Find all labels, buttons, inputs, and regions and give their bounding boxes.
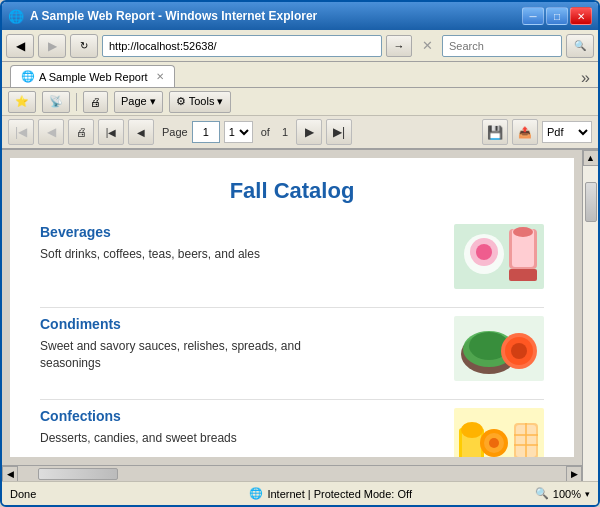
save-button[interactable]: 💾 [482, 119, 508, 145]
nav-first-button[interactable]: |◀ [8, 119, 34, 145]
horizontal-scrollbar[interactable]: ◀ ▶ [2, 465, 582, 481]
zoom-level: 100% [553, 488, 581, 500]
item-desc-beverages: Soft drinks, coffees, teas, beers, and a… [40, 246, 320, 263]
status-zone: 🌐 Internet | Protected Mode: Off [137, 487, 525, 500]
tab-close-icon[interactable]: ✕ [156, 71, 164, 82]
browser-tab[interactable]: 🌐 A Sample Web Report ✕ [10, 65, 175, 87]
scroll-thumb-y[interactable] [585, 182, 597, 222]
svg-point-3 [476, 244, 492, 260]
forward-button[interactable]: ▶ [38, 34, 66, 58]
cmd-separator-1 [76, 93, 77, 111]
tab-icon: 🌐 [21, 70, 35, 83]
page-button[interactable]: Page ▾ [114, 91, 163, 113]
status-zoom: 🔍 100% ▾ [535, 487, 590, 500]
divider-1 [40, 307, 544, 308]
svg-rect-7 [509, 269, 537, 281]
format-select[interactable]: Pdf Excel Word CSV [542, 121, 592, 143]
beverages-image [454, 224, 544, 289]
item-text-beverages: Beverages Soft drinks, coffees, teas, be… [40, 224, 454, 263]
svg-point-6 [513, 227, 533, 237]
divider-2 [40, 399, 544, 400]
print-button[interactable]: 🖨 [83, 91, 108, 113]
nav-next-button[interactable]: ▶ [296, 119, 322, 145]
close-button[interactable]: ✕ [570, 7, 592, 25]
of-label: of [261, 126, 270, 138]
address-input[interactable] [102, 35, 382, 57]
report-panel: Fall Catalog Beverages Soft drinks, coff… [2, 150, 582, 481]
item-desc-condiments: Sweet and savory sauces, relishes, sprea… [40, 338, 320, 372]
list-item: Condiments Sweet and savory sauces, reli… [40, 316, 544, 381]
item-name-condiments: Condiments [40, 316, 454, 332]
list-item: Beverages Soft drinks, coffees, teas, be… [40, 224, 544, 289]
export-button[interactable]: 📤 [512, 119, 538, 145]
page-select[interactable]: 1 [224, 121, 253, 143]
address-bar: ◀ ▶ ↻ → ✕ 🔍 [2, 30, 598, 62]
zoom-icon: 🔍 [535, 487, 549, 500]
nav-first2-button[interactable]: |◀ [98, 119, 124, 145]
report-title: Fall Catalog [40, 178, 544, 204]
favorites-star-button[interactable]: ⭐ [8, 91, 36, 113]
nav-last-button[interactable]: ▶| [326, 119, 352, 145]
minimize-button[interactable]: ─ [522, 7, 544, 25]
refresh-button[interactable]: ↻ [70, 34, 98, 58]
zoom-dropdown-icon[interactable]: ▾ [585, 489, 590, 499]
report-toolbar: |◀ ◀ 🖨 |◀ ◀ Page 1 of 1 ▶ ▶| 💾 📤 Pdf Exc… [2, 116, 598, 150]
svg-point-18 [461, 422, 483, 438]
confections-image [454, 408, 544, 457]
page-button-label: Page ▾ [121, 95, 156, 108]
title-bar: 🌐 A Sample Web Report - Windows Internet… [2, 2, 598, 30]
tabs-overflow-button[interactable]: » [581, 69, 590, 87]
tools-button-label: Tools ▾ [189, 95, 224, 108]
svg-point-21 [489, 438, 499, 448]
condiments-image [454, 316, 544, 381]
window-title: A Sample Web Report - Windows Internet E… [30, 9, 317, 23]
status-done: Done [10, 488, 127, 500]
list-item: Confections Desserts, candies, and sweet… [40, 408, 544, 457]
search-go-button[interactable]: 🔍 [566, 34, 594, 58]
browser-icon: 🌐 [8, 9, 24, 24]
report-body: Fall Catalog Beverages Soft drinks, coff… [10, 158, 574, 457]
vertical-scrollbar[interactable]: ▲ [582, 150, 598, 481]
rss-button[interactable]: 📡 [42, 91, 70, 113]
scroll-left-button[interactable]: ◀ [2, 466, 18, 482]
page-input[interactable] [192, 121, 220, 143]
zone-icon: 🌐 [249, 487, 263, 500]
page-label: Page [162, 126, 188, 138]
tabs-bar: 🌐 A Sample Web Report ✕ » [2, 62, 598, 88]
browser-window: 🌐 A Sample Web Report - Windows Internet… [0, 0, 600, 507]
item-name-beverages: Beverages [40, 224, 454, 240]
maximize-button[interactable]: □ [546, 7, 568, 25]
search-input[interactable] [442, 35, 562, 57]
item-text-confections: Confections Desserts, candies, and sweet… [40, 408, 454, 447]
tab-label: A Sample Web Report [39, 71, 148, 83]
item-name-confections: Confections [40, 408, 454, 424]
scroll-thumb-x[interactable] [38, 468, 118, 480]
stop-button[interactable]: ✕ [416, 35, 438, 57]
content-area: Fall Catalog Beverages Soft drinks, coff… [2, 150, 598, 481]
total-pages: 1 [282, 126, 288, 138]
tools-icon: ⚙ [176, 95, 186, 108]
zone-text: Internet | Protected Mode: Off [267, 488, 412, 500]
nav-prev-button[interactable]: ◀ [38, 119, 64, 145]
svg-point-14 [511, 343, 527, 359]
tools-button[interactable]: ⚙ Tools ▾ [169, 91, 231, 113]
item-text-condiments: Condiments Sweet and savory sauces, reli… [40, 316, 454, 372]
item-desc-confections: Desserts, candies, and sweet breads [40, 430, 320, 447]
scroll-up-button[interactable]: ▲ [583, 150, 599, 166]
nav-prev2-button[interactable]: ◀ [128, 119, 154, 145]
print-report-button[interactable]: 🖨 [68, 119, 94, 145]
go-button[interactable]: → [386, 35, 412, 57]
scroll-track-x [18, 466, 566, 481]
command-bar: ⭐ 📡 🖨 Page ▾ ⚙ Tools ▾ [2, 88, 598, 116]
scroll-right-button[interactable]: ▶ [566, 466, 582, 482]
back-button[interactable]: ◀ [6, 34, 34, 58]
status-bar: Done 🌐 Internet | Protected Mode: Off 🔍 … [2, 481, 598, 505]
